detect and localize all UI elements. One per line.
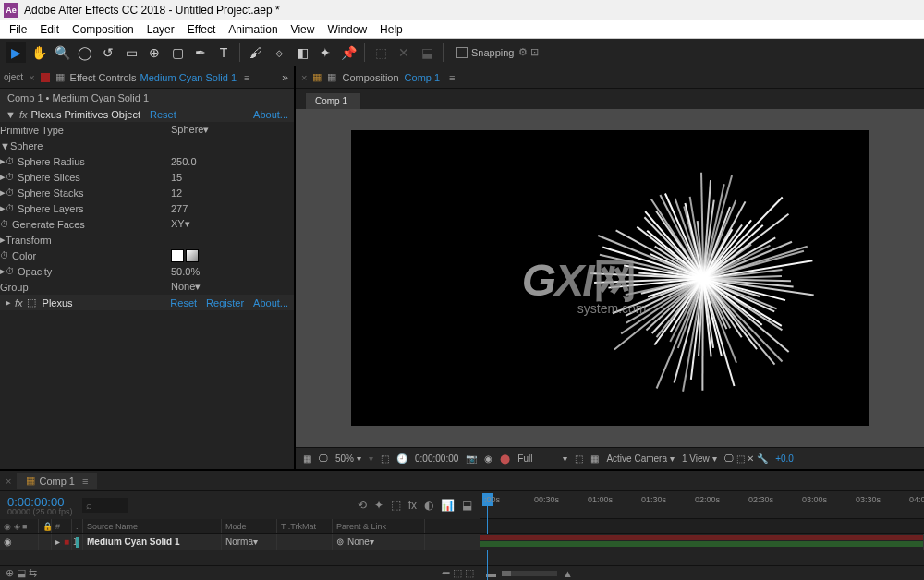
camera-dropdown[interactable]: Active Camera▾: [606, 453, 675, 464]
snapping-opts-icon[interactable]: ⚙ ⊡: [518, 46, 539, 58]
reset-link[interactable]: Reset: [150, 109, 176, 120]
draft3d-icon[interactable]: ✦: [374, 499, 383, 512]
hand-tool[interactable]: ✋: [29, 42, 49, 63]
effect-plexus[interactable]: ▸fx⬚ Plexus Reset Register About...: [0, 295, 294, 310]
missing-footage-icon: [41, 73, 50, 82]
roto-tool[interactable]: ✦: [315, 42, 335, 63]
effect-controls-tab[interactable]: Effect Controls Medium Cyan Solid 1 ≡: [70, 72, 250, 83]
transform-group[interactable]: Transform: [6, 235, 52, 246]
world-axis-icon[interactable]: ✕: [394, 42, 414, 63]
channel-icon[interactable]: ⬤: [500, 453, 510, 464]
comp-subtab[interactable]: Comp 1: [305, 92, 361, 109]
project-tab[interactable]: oject: [4, 72, 23, 82]
parent-dropdown[interactable]: None▾: [347, 537, 403, 547]
menu-help[interactable]: Help: [374, 21, 408, 38]
eyedropper-icon[interactable]: [186, 249, 199, 262]
display-icon[interactable]: 🖵: [319, 453, 328, 464]
menu-composition[interactable]: Composition: [67, 21, 140, 38]
sphere-group[interactable]: Sphere: [10, 140, 43, 151]
zoom-dropdown[interactable]: 50%▾: [335, 453, 361, 464]
sphere-slices-label: Sphere Slices: [18, 172, 80, 183]
selection-tool[interactable]: ▶: [6, 42, 26, 63]
fx-icon[interactable]: fx: [408, 499, 417, 512]
puppet-tool[interactable]: 📌: [338, 42, 359, 63]
brain-icon[interactable]: ⬓: [462, 499, 472, 512]
motion-blur-icon[interactable]: ◐: [424, 499, 433, 512]
composition-panel: × ▦ ▦ Composition Comp 1 ≡ Comp 1 GXI网 s…: [296, 66, 924, 469]
layer-track[interactable]: [480, 534, 924, 550]
menu-layer[interactable]: Layer: [141, 21, 180, 38]
pan-behind-tool[interactable]: ⊕: [144, 42, 164, 63]
view-opts-icon[interactable]: 🖵 ⬚ ✕ 🔧: [724, 453, 768, 464]
time-icon[interactable]: 🕘: [396, 453, 407, 464]
layer-color-swatch[interactable]: [76, 537, 79, 548]
register-link[interactable]: Register: [206, 297, 244, 308]
sphere-layers-value[interactable]: 277: [171, 203, 188, 214]
roi-icon[interactable]: ⬚: [575, 453, 583, 464]
layer-name[interactable]: Medium Cyan Solid 1: [83, 534, 222, 550]
breadcrumb: Comp 1 • Medium Cyan Solid 1: [0, 89, 294, 107]
composition-viewer[interactable]: GXI网 system.com: [296, 109, 924, 447]
type-tool[interactable]: T: [213, 42, 234, 63]
eraser-tool[interactable]: ◧: [292, 42, 312, 63]
menu-window[interactable]: Window: [322, 21, 372, 38]
zoom-tool[interactable]: 🔍: [52, 42, 72, 63]
menu-bar: File Edit Composition Layer Effect Anima…: [0, 20, 924, 39]
group-label: Group: [0, 282, 29, 293]
layer-search-input[interactable]: [82, 498, 128, 513]
primitive-type-dropdown[interactable]: Sphere▾: [171, 124, 209, 136]
viewer-footer: ▦ 🖵 50%▾ ▾ ⬚ 🕘 0:00:00:00 📷 ◉ ⬤ Full▾ ⬚ …: [296, 447, 924, 469]
effect-plexus-primitives[interactable]: ▼fx Plexus Primitives Object Reset About…: [0, 107, 294, 122]
orbit-tool[interactable]: ◯: [75, 42, 95, 63]
snapping-checkbox[interactable]: [456, 47, 468, 58]
rotate-tool[interactable]: ↺: [98, 42, 118, 63]
sphere-radius-label: Sphere Radius: [18, 156, 85, 167]
layer-row[interactable]: ◉ ▸■1 Medium Cyan Solid 1 Norma▾ ⊚None▾: [0, 534, 924, 550]
opacity-value[interactable]: 50.0: [171, 266, 190, 277]
rect-tool[interactable]: ▢: [167, 42, 188, 63]
composition-tab[interactable]: Composition: [342, 72, 398, 83]
menu-effect[interactable]: Effect: [182, 21, 221, 38]
sphere-slices-value[interactable]: 15: [171, 172, 182, 183]
show-snapshot-icon[interactable]: ◉: [484, 453, 492, 464]
draft-icon[interactable]: ⬚: [391, 499, 401, 512]
color-swatch[interactable]: [171, 249, 184, 262]
snapshot-icon[interactable]: 📷: [466, 453, 477, 464]
view-axis-icon[interactable]: ⬓: [417, 42, 437, 63]
clone-tool[interactable]: ⟐: [269, 42, 289, 63]
reset-link[interactable]: Reset: [170, 297, 197, 308]
local-axis-icon[interactable]: ⬚: [371, 42, 391, 63]
effect-controls-panel: oject × ▦ Effect Controls Medium Cyan So…: [0, 66, 296, 469]
timecode-display[interactable]: 0:00:00:00: [415, 453, 458, 464]
panel-overflow-icon[interactable]: »: [282, 71, 286, 84]
time-ruler[interactable]: :00s 00:30s 01:00s 01:30s 02:00s 02:30s …: [480, 491, 924, 519]
brush-tool[interactable]: 🖌: [246, 42, 266, 63]
exposure-value[interactable]: +0.0: [775, 453, 794, 464]
shy-icon[interactable]: ⟲: [358, 499, 367, 512]
generate-faces-dropdown[interactable]: XY▾: [171, 218, 190, 230]
view-dropdown[interactable]: 1 View▾: [682, 453, 717, 464]
mask-icon[interactable]: ⬚: [381, 453, 389, 464]
blend-mode-dropdown[interactable]: Norma▾: [225, 537, 272, 547]
layer-modes-toggle[interactable]: ⬅ ⬚ ⬚: [442, 567, 474, 579]
timeline-tab[interactable]: ▦Comp 1≡: [17, 473, 97, 489]
menu-view[interactable]: View: [286, 21, 321, 38]
grid-icon[interactable]: ▦: [303, 453, 311, 464]
transparency-icon[interactable]: ▦: [590, 453, 599, 464]
camera-tool[interactable]: ▭: [121, 42, 141, 63]
menu-file[interactable]: File: [4, 21, 32, 38]
about-link[interactable]: About...: [253, 109, 288, 120]
resolution-dropdown[interactable]: Full▾: [517, 453, 567, 464]
graph-icon[interactable]: 📊: [441, 499, 455, 512]
menu-edit[interactable]: Edit: [34, 21, 65, 38]
zoom-in-icon[interactable]: ▲: [563, 568, 573, 579]
sphere-stacks-value[interactable]: 12: [171, 187, 182, 199]
group-dropdown[interactable]: None▾: [171, 281, 201, 293]
snapping-group[interactable]: Snapping ⚙ ⊡: [456, 46, 539, 58]
menu-animation[interactable]: Animation: [223, 21, 283, 38]
toggle-switches-icon[interactable]: ⊕ ⬓ ⇆: [6, 567, 37, 579]
zoom-slider[interactable]: [502, 571, 557, 576]
pen-tool[interactable]: ✒: [190, 42, 211, 63]
about-link[interactable]: About...: [253, 297, 288, 308]
sphere-radius-value[interactable]: 250.0: [171, 156, 197, 167]
